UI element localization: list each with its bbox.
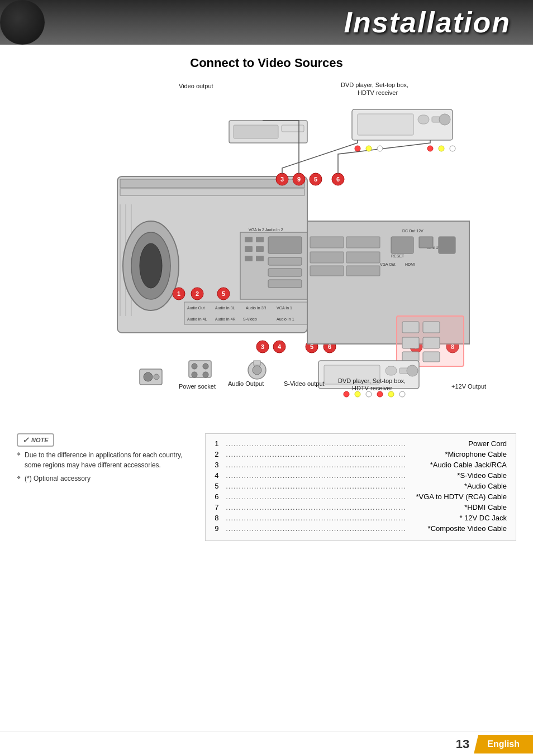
accessory-row: 8.......................................… xyxy=(215,514,507,522)
svg-text:5: 5 xyxy=(222,290,225,297)
svg-point-104 xyxy=(355,146,360,151)
svg-point-109 xyxy=(450,146,455,151)
label-dvd-top: DVD player, Set-top box, xyxy=(341,82,408,88)
accessory-number: 4 xyxy=(215,471,226,480)
svg-rect-66 xyxy=(310,252,344,263)
connection-diagram: Video output DVD player, Set-top box, HD… xyxy=(17,82,516,428)
svg-point-111 xyxy=(355,391,360,397)
check-icon: ✓ xyxy=(22,436,29,444)
svg-rect-10 xyxy=(245,237,253,242)
note-item-1: Due to the differ­ence in applica­tions … xyxy=(17,450,194,470)
svg-point-110 xyxy=(344,391,349,397)
label-video-output: Video output xyxy=(179,83,213,89)
accessory-name: *VGA to HDTV (RCA) Cable xyxy=(406,492,507,501)
svg-rect-17 xyxy=(268,257,302,265)
svg-point-82 xyxy=(203,363,208,369)
accessory-dots: ........................................… xyxy=(226,503,406,511)
header-lens-image xyxy=(0,0,45,45)
label-svideo-output: S-Video output xyxy=(284,380,325,387)
label-audio-output: Audio Output xyxy=(228,380,264,387)
svg-point-108 xyxy=(439,146,444,151)
svg-rect-72 xyxy=(439,237,455,253)
svg-point-90 xyxy=(154,374,159,380)
accessory-dots: ........................................… xyxy=(226,524,406,533)
accessory-row: 2.......................................… xyxy=(215,450,507,458)
svg-point-113 xyxy=(377,391,383,397)
accessory-name: *Audio Cable xyxy=(406,482,507,490)
accessory-row: 3.......................................… xyxy=(215,461,507,469)
svg-rect-13 xyxy=(256,246,264,252)
label-12v-output: +12V Output xyxy=(451,383,486,390)
wiring-diagram-svg: VGA In 2 Audio In 2 Audio Out Audio In 3… xyxy=(106,93,497,417)
accessory-number: 8 xyxy=(215,514,226,522)
section-title: Connect to Video Sources xyxy=(17,56,516,70)
svg-rect-64 xyxy=(310,237,344,248)
main-content: Connect to Video Sources Video output DV… xyxy=(0,45,533,552)
accessory-number: 1 xyxy=(215,439,226,448)
accessory-name: Power Cord xyxy=(406,439,507,448)
accessory-name: *S-Video Cable xyxy=(406,471,507,480)
svg-rect-79 xyxy=(423,352,440,362)
accessory-row: 6.......................................… xyxy=(215,492,507,501)
svg-text:Audio In 2: Audio In 2 xyxy=(265,228,283,232)
page-header: Installation xyxy=(0,0,533,45)
label-dvd-bottom: DVD player, Set-top box, xyxy=(338,377,406,384)
accessory-number: 3 xyxy=(215,461,226,469)
svg-text:DC Out 12V: DC Out 12V xyxy=(402,229,423,233)
svg-point-114 xyxy=(388,391,394,397)
svg-rect-71 xyxy=(419,237,433,248)
svg-text:Audio In 3R: Audio In 3R xyxy=(246,306,266,310)
accessory-number: 2 xyxy=(215,450,226,458)
svg-rect-68 xyxy=(310,266,344,276)
label-power-socket: Power socket xyxy=(179,383,216,390)
accessory-dots: ........................................… xyxy=(226,482,406,490)
accessory-row: 5.......................................… xyxy=(215,482,507,490)
svg-rect-74 xyxy=(402,322,419,333)
accessory-name: *Composite Video Cable xyxy=(406,524,507,533)
accessories-table: 1.......................................… xyxy=(205,433,516,541)
svg-rect-11 xyxy=(256,237,264,242)
svg-text:RESET: RESET xyxy=(391,254,404,258)
svg-rect-65 xyxy=(346,237,380,248)
svg-point-81 xyxy=(192,363,197,369)
note-badge: ✓ NOTE xyxy=(17,433,54,447)
accessory-number: 9 xyxy=(215,524,226,533)
svg-rect-18 xyxy=(268,269,302,276)
svg-text:S-Video: S-Video xyxy=(243,317,257,321)
svg-rect-14 xyxy=(245,256,253,261)
svg-point-112 xyxy=(366,391,372,397)
accessory-dots: ........................................… xyxy=(226,471,406,480)
svg-rect-19 xyxy=(268,280,302,288)
svg-text:1: 1 xyxy=(177,290,180,297)
accessory-number: 6 xyxy=(215,492,226,501)
accessory-row: 4.......................................… xyxy=(215,471,507,480)
svg-point-100 xyxy=(439,114,450,125)
svg-text:4: 4 xyxy=(278,343,282,350)
accessory-dots: ........................................… xyxy=(226,461,406,469)
svg-text:HDMI: HDMI xyxy=(405,262,415,266)
svg-point-115 xyxy=(399,391,405,397)
svg-point-8 xyxy=(140,243,162,288)
svg-rect-77 xyxy=(423,337,440,348)
accessory-name: *Audio Cable Jack/RCA xyxy=(406,461,507,469)
accessory-number: 5 xyxy=(215,482,226,490)
svg-rect-16 xyxy=(268,237,302,253)
svg-point-105 xyxy=(366,146,372,151)
svg-point-86 xyxy=(253,366,261,375)
svg-text:VGA Out: VGA Out xyxy=(380,262,396,266)
svg-rect-69 xyxy=(346,266,380,276)
svg-text:Audio In 1: Audio In 1 xyxy=(277,317,294,321)
svg-rect-102 xyxy=(234,125,278,138)
language-badge: English xyxy=(474,735,533,754)
accessory-number: 7 xyxy=(215,503,226,511)
page-title: Installation xyxy=(344,6,511,39)
note-item-2: (*) Optional accessory xyxy=(17,473,194,484)
svg-point-107 xyxy=(427,146,433,151)
svg-text:6: 6 xyxy=(336,176,340,183)
page-number: 13 xyxy=(456,737,469,752)
svg-text:Audio In 3L: Audio In 3L xyxy=(215,306,235,310)
svg-rect-98 xyxy=(418,115,429,124)
accessory-row: 7.......................................… xyxy=(215,503,507,511)
svg-text:Audio In 4R: Audio In 4R xyxy=(215,317,236,321)
svg-point-83 xyxy=(192,372,197,377)
